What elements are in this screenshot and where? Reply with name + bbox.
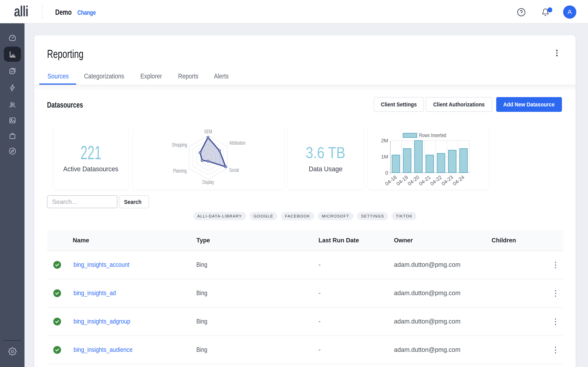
svg-text:04-20: 04-20 bbox=[406, 174, 420, 187]
svg-text:SEM: SEM bbox=[204, 129, 212, 134]
svg-text:04-18: 04-18 bbox=[384, 174, 398, 187]
svg-text:04-23: 04-23 bbox=[441, 174, 454, 187]
svg-text:Display: Display bbox=[202, 179, 214, 185]
svg-text:1M: 1M bbox=[381, 154, 388, 160]
svg-text:04-19: 04-19 bbox=[395, 174, 409, 187]
svg-text:Attribution: Attribution bbox=[229, 140, 246, 146]
svg-text:04-24: 04-24 bbox=[452, 174, 466, 187]
svg-text:04-22: 04-22 bbox=[429, 174, 443, 187]
svg-text:0: 0 bbox=[385, 170, 388, 176]
svg-text:Shopping: Shopping bbox=[172, 142, 187, 148]
svg-text:04-21: 04-21 bbox=[418, 174, 432, 187]
svg-text:Social: Social bbox=[229, 167, 239, 173]
svg-text:Rows Inserted: Rows Inserted bbox=[419, 132, 446, 138]
svg-text:2M: 2M bbox=[381, 138, 388, 143]
svg-text:Planning: Planning bbox=[173, 168, 187, 174]
